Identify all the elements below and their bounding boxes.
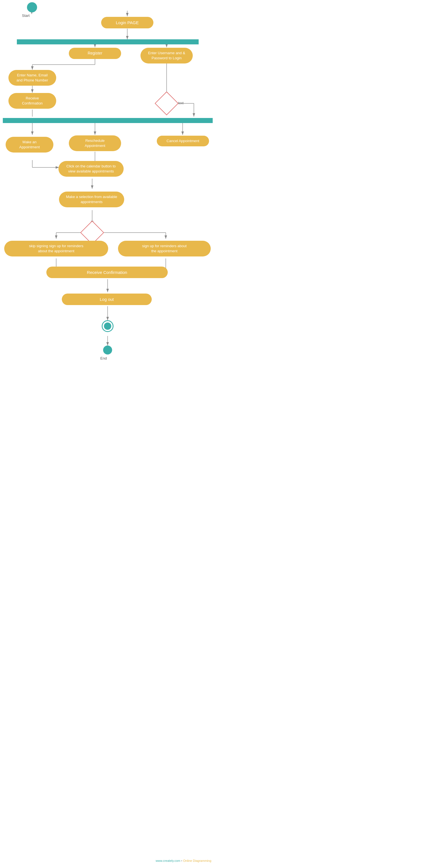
flowchart-diagram: Start Login PAGE Register Enter Username… bbox=[0, 0, 216, 868]
start-label: Start bbox=[22, 13, 30, 18]
skip-signing-text: skip signing sign up for remindersabout … bbox=[29, 244, 84, 253]
logout-node: Log out bbox=[62, 292, 152, 306]
enter-username-node: Enter Username and &Password to Login bbox=[141, 47, 193, 64]
diamond-2 bbox=[84, 224, 100, 241]
make-selection-node: Make a selection from availableappointme… bbox=[59, 189, 124, 210]
sign-up-text: sign up for reminders aboutthe appointme… bbox=[142, 244, 187, 253]
watermark: www.creately.com • Online Diagramming bbox=[156, 859, 211, 862]
reschedule-node: RescheduleAppointment bbox=[69, 135, 121, 152]
watermark-site: www.creately.com bbox=[156, 859, 180, 862]
end-circle-final bbox=[103, 345, 112, 354]
reschedule-text: RescheduleAppointment bbox=[85, 138, 105, 148]
click-calendar-node: Click on the calendar button toview avai… bbox=[58, 159, 124, 179]
login-page-node: Login PAGE bbox=[101, 16, 153, 29]
watermark-tagline: Online Diagramming bbox=[183, 859, 211, 862]
make-selection-text: Make a selection from availableappointme… bbox=[66, 195, 117, 204]
click-calendar-text: Click on the calendar button toview avai… bbox=[66, 164, 116, 173]
receive-confirmation-1-node: ReceiveConfirmation bbox=[8, 93, 56, 109]
enter-name-text: Enter Name, Emailand Phone Number bbox=[17, 73, 48, 82]
receive-confirmation-1-text: ReceiveConfirmation bbox=[22, 96, 43, 105]
receive-confirmation-2-node: Receive Confirmation bbox=[47, 265, 168, 279]
cancel-node: Cancel Appointment bbox=[157, 135, 209, 147]
make-appointment-text: Make anAppointment bbox=[20, 140, 40, 149]
end-label: End bbox=[100, 356, 107, 361]
sign-up-node: sign up for reminders aboutthe appointme… bbox=[118, 239, 211, 258]
diamond-1 bbox=[158, 95, 175, 112]
teal-bar-2 bbox=[3, 118, 213, 123]
teal-bar-1 bbox=[17, 39, 198, 44]
enter-name-node: Enter Name, Emailand Phone Number bbox=[8, 70, 56, 86]
diamond-1-text-label: text bbox=[178, 101, 183, 105]
end-circle-outer bbox=[102, 320, 114, 332]
start-circle bbox=[27, 2, 37, 12]
register-node: Register bbox=[69, 47, 121, 60]
make-appointment-node: Make anAppointment bbox=[6, 135, 53, 155]
end-circle-inner bbox=[104, 322, 111, 330]
watermark-bullet: • bbox=[181, 859, 183, 862]
enter-username-text: Enter Username and &Password to Login bbox=[148, 51, 185, 60]
skip-signing-node: skip signing sign up for remindersabout … bbox=[4, 239, 108, 258]
